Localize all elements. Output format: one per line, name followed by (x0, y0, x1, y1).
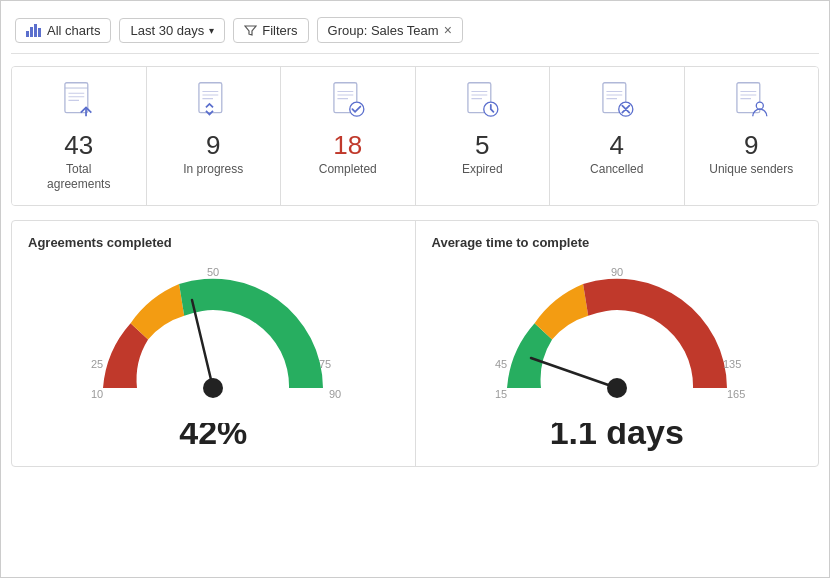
gauge-right-label-far-right: 165 (727, 388, 745, 400)
gauge-left-svg-wrap: 50 75 90 25 10 (83, 258, 343, 423)
unique-senders-label: Unique senders (709, 162, 793, 178)
gauge-right-label-right: 135 (723, 358, 741, 370)
filters-button[interactable]: Filters (233, 18, 308, 43)
completed-label: Completed (319, 162, 377, 178)
expired-number: 5 (475, 131, 489, 160)
gauge-left-svg: 50 75 90 25 10 (83, 258, 343, 423)
cancelled-icon (595, 81, 639, 125)
gauge-left-label-left: 25 (91, 358, 103, 370)
gauge-left-label-top: 50 (207, 266, 219, 278)
gauge-right-container: 90 135 165 45 15 (432, 258, 803, 452)
svg-rect-1 (30, 27, 33, 37)
unique-senders-icon (729, 81, 773, 125)
filter-icon (244, 24, 257, 37)
all-charts-label: All charts (47, 23, 100, 38)
gauge-right-needle-center (607, 378, 627, 398)
stat-unique-senders: 9 Unique senders (685, 67, 819, 205)
chart-avg-time: Average time to complete 9 (416, 221, 819, 466)
completed-icon (326, 81, 370, 125)
total-agreements-icon (57, 81, 101, 125)
filters-label: Filters (262, 23, 297, 38)
svg-rect-3 (38, 28, 41, 37)
gauge-right-label-top: 90 (611, 266, 623, 278)
toolbar: All charts Last 30 days ▾ Filters Group:… (11, 11, 819, 54)
chart-left-title: Agreements completed (28, 235, 399, 250)
svg-point-15 (143, 318, 283, 423)
cancelled-number: 4 (610, 131, 624, 160)
in-progress-label: In progress (183, 162, 243, 178)
charts-icon (26, 23, 42, 37)
total-agreements-number: 43 (64, 131, 93, 160)
expired-label: Expired (462, 162, 503, 178)
svg-rect-0 (26, 31, 29, 37)
date-range-label: Last 30 days (130, 23, 204, 38)
in-progress-icon (191, 81, 235, 125)
cancelled-label: Cancelled (590, 162, 643, 178)
all-charts-button[interactable]: All charts (15, 18, 111, 43)
total-agreements-label: Totalagreements (47, 162, 110, 193)
chart-right-title: Average time to complete (432, 235, 803, 250)
unique-senders-number: 9 (744, 131, 758, 160)
completed-number: 18 (333, 131, 362, 160)
filter-tag-close[interactable]: × (444, 22, 452, 38)
gauge-left-label-far-left: 10 (91, 388, 103, 400)
svg-rect-12 (737, 83, 760, 113)
gauge-right-label-left: 45 (495, 358, 507, 370)
stat-expired: 5 Expired (416, 67, 551, 205)
filter-tag: Group: Sales Team × (317, 17, 463, 43)
stat-total-agreements: 43 Totalagreements (12, 67, 147, 205)
chevron-down-icon: ▾ (209, 25, 214, 36)
svg-rect-2 (34, 24, 37, 37)
gauge-left-container: 50 75 90 25 10 42% (28, 258, 399, 452)
gauge-right-label-far-left: 15 (495, 388, 507, 400)
stats-row: 43 Totalagreements 9 In progress (11, 66, 819, 206)
chart-agreements-completed: Agreements completed (12, 221, 416, 466)
stat-completed: 18 Completed (281, 67, 416, 205)
svg-rect-5 (199, 83, 222, 113)
gauge-right-svg-wrap: 90 135 165 45 15 (487, 258, 747, 423)
gauge-right-svg: 90 135 165 45 15 (487, 258, 747, 423)
gauge-left-label-far-right: 90 (329, 388, 341, 400)
charts-row: Agreements completed (11, 220, 819, 467)
gauge-left-needle-center (203, 378, 223, 398)
stat-in-progress: 9 In progress (147, 67, 282, 205)
main-container: All charts Last 30 days ▾ Filters Group:… (0, 0, 830, 578)
date-range-button[interactable]: Last 30 days ▾ (119, 18, 225, 43)
filter-tag-label: Group: Sales Team (328, 23, 439, 38)
gauge-left-label-right: 75 (319, 358, 331, 370)
expired-icon (460, 81, 504, 125)
svg-point-13 (757, 102, 764, 109)
in-progress-number: 9 (206, 131, 220, 160)
stat-cancelled: 4 Cancelled (550, 67, 685, 205)
